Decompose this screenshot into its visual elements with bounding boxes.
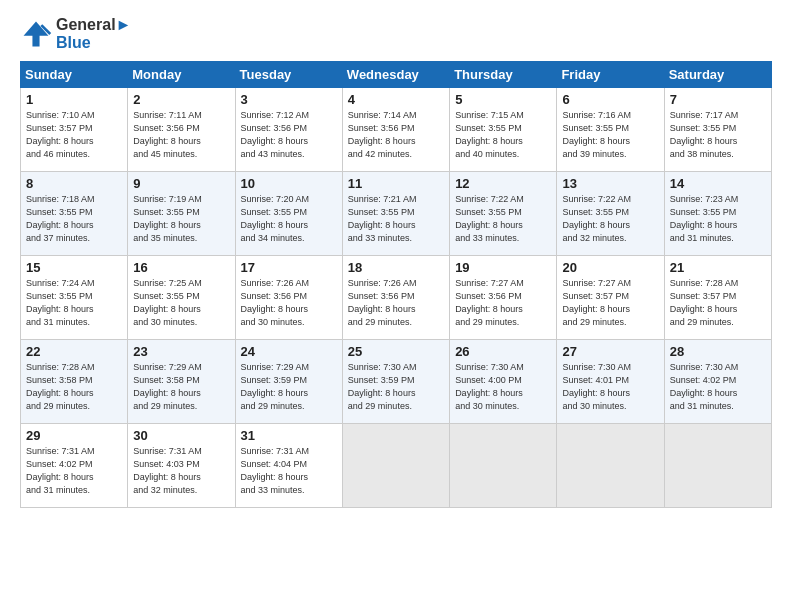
table-row xyxy=(450,423,557,507)
table-row: 19Sunrise: 7:27 AM Sunset: 3:56 PM Dayli… xyxy=(450,255,557,339)
day-info: Sunrise: 7:24 AM Sunset: 3:55 PM Dayligh… xyxy=(26,277,122,329)
day-number: 17 xyxy=(241,260,337,275)
day-number: 3 xyxy=(241,92,337,107)
day-info: Sunrise: 7:16 AM Sunset: 3:55 PM Dayligh… xyxy=(562,109,658,161)
table-row: 24Sunrise: 7:29 AM Sunset: 3:59 PM Dayli… xyxy=(235,339,342,423)
day-number: 27 xyxy=(562,344,658,359)
table-row: 11Sunrise: 7:21 AM Sunset: 3:55 PM Dayli… xyxy=(342,171,449,255)
day-number: 6 xyxy=(562,92,658,107)
table-row xyxy=(342,423,449,507)
table-row: 14Sunrise: 7:23 AM Sunset: 3:55 PM Dayli… xyxy=(664,171,771,255)
table-row: 13Sunrise: 7:22 AM Sunset: 3:55 PM Dayli… xyxy=(557,171,664,255)
day-number: 18 xyxy=(348,260,444,275)
day-info: Sunrise: 7:22 AM Sunset: 3:55 PM Dayligh… xyxy=(562,193,658,245)
day-number: 19 xyxy=(455,260,551,275)
calendar-week-row: 22Sunrise: 7:28 AM Sunset: 3:58 PM Dayli… xyxy=(21,339,772,423)
day-number: 10 xyxy=(241,176,337,191)
day-info: Sunrise: 7:30 AM Sunset: 4:02 PM Dayligh… xyxy=(670,361,766,413)
table-row: 9Sunrise: 7:19 AM Sunset: 3:55 PM Daylig… xyxy=(128,171,235,255)
day-number: 28 xyxy=(670,344,766,359)
table-row: 17Sunrise: 7:26 AM Sunset: 3:56 PM Dayli… xyxy=(235,255,342,339)
calendar-week-row: 29Sunrise: 7:31 AM Sunset: 4:02 PM Dayli… xyxy=(21,423,772,507)
table-row: 30Sunrise: 7:31 AM Sunset: 4:03 PM Dayli… xyxy=(128,423,235,507)
day-info: Sunrise: 7:22 AM Sunset: 3:55 PM Dayligh… xyxy=(455,193,551,245)
table-row: 4Sunrise: 7:14 AM Sunset: 3:56 PM Daylig… xyxy=(342,87,449,171)
day-info: Sunrise: 7:30 AM Sunset: 3:59 PM Dayligh… xyxy=(348,361,444,413)
table-row: 28Sunrise: 7:30 AM Sunset: 4:02 PM Dayli… xyxy=(664,339,771,423)
day-number: 31 xyxy=(241,428,337,443)
logo: General► Blue xyxy=(20,16,131,53)
table-row xyxy=(664,423,771,507)
day-info: Sunrise: 7:11 AM Sunset: 3:56 PM Dayligh… xyxy=(133,109,229,161)
day-info: Sunrise: 7:18 AM Sunset: 3:55 PM Dayligh… xyxy=(26,193,122,245)
logo-text: General► Blue xyxy=(56,16,131,53)
table-row: 6Sunrise: 7:16 AM Sunset: 3:55 PM Daylig… xyxy=(557,87,664,171)
day-number: 16 xyxy=(133,260,229,275)
day-info: Sunrise: 7:31 AM Sunset: 4:04 PM Dayligh… xyxy=(241,445,337,497)
col-sunday: Sunday xyxy=(21,61,128,87)
table-row: 22Sunrise: 7:28 AM Sunset: 3:58 PM Dayli… xyxy=(21,339,128,423)
day-info: Sunrise: 7:31 AM Sunset: 4:03 PM Dayligh… xyxy=(133,445,229,497)
day-number: 9 xyxy=(133,176,229,191)
header: General► Blue xyxy=(20,16,772,53)
calendar-week-row: 1Sunrise: 7:10 AM Sunset: 3:57 PM Daylig… xyxy=(21,87,772,171)
table-row: 2Sunrise: 7:11 AM Sunset: 3:56 PM Daylig… xyxy=(128,87,235,171)
day-info: Sunrise: 7:26 AM Sunset: 3:56 PM Dayligh… xyxy=(241,277,337,329)
day-number: 1 xyxy=(26,92,122,107)
day-info: Sunrise: 7:23 AM Sunset: 3:55 PM Dayligh… xyxy=(670,193,766,245)
col-thursday: Thursday xyxy=(450,61,557,87)
col-tuesday: Tuesday xyxy=(235,61,342,87)
col-saturday: Saturday xyxy=(664,61,771,87)
table-row: 23Sunrise: 7:29 AM Sunset: 3:58 PM Dayli… xyxy=(128,339,235,423)
day-number: 29 xyxy=(26,428,122,443)
day-number: 4 xyxy=(348,92,444,107)
day-info: Sunrise: 7:25 AM Sunset: 3:55 PM Dayligh… xyxy=(133,277,229,329)
table-row: 16Sunrise: 7:25 AM Sunset: 3:55 PM Dayli… xyxy=(128,255,235,339)
day-number: 11 xyxy=(348,176,444,191)
day-info: Sunrise: 7:19 AM Sunset: 3:55 PM Dayligh… xyxy=(133,193,229,245)
day-info: Sunrise: 7:10 AM Sunset: 3:57 PM Dayligh… xyxy=(26,109,122,161)
day-number: 15 xyxy=(26,260,122,275)
table-row: 8Sunrise: 7:18 AM Sunset: 3:55 PM Daylig… xyxy=(21,171,128,255)
calendar-header-row: Sunday Monday Tuesday Wednesday Thursday… xyxy=(21,61,772,87)
day-info: Sunrise: 7:14 AM Sunset: 3:56 PM Dayligh… xyxy=(348,109,444,161)
day-info: Sunrise: 7:29 AM Sunset: 3:59 PM Dayligh… xyxy=(241,361,337,413)
day-info: Sunrise: 7:30 AM Sunset: 4:01 PM Dayligh… xyxy=(562,361,658,413)
calendar-week-row: 8Sunrise: 7:18 AM Sunset: 3:55 PM Daylig… xyxy=(21,171,772,255)
day-number: 13 xyxy=(562,176,658,191)
day-info: Sunrise: 7:27 AM Sunset: 3:57 PM Dayligh… xyxy=(562,277,658,329)
day-number: 24 xyxy=(241,344,337,359)
day-number: 5 xyxy=(455,92,551,107)
table-row: 10Sunrise: 7:20 AM Sunset: 3:55 PM Dayli… xyxy=(235,171,342,255)
day-info: Sunrise: 7:28 AM Sunset: 3:58 PM Dayligh… xyxy=(26,361,122,413)
day-number: 7 xyxy=(670,92,766,107)
day-info: Sunrise: 7:26 AM Sunset: 3:56 PM Dayligh… xyxy=(348,277,444,329)
day-number: 12 xyxy=(455,176,551,191)
table-row: 21Sunrise: 7:28 AM Sunset: 3:57 PM Dayli… xyxy=(664,255,771,339)
day-info: Sunrise: 7:30 AM Sunset: 4:00 PM Dayligh… xyxy=(455,361,551,413)
day-number: 30 xyxy=(133,428,229,443)
day-info: Sunrise: 7:17 AM Sunset: 3:55 PM Dayligh… xyxy=(670,109,766,161)
table-row: 7Sunrise: 7:17 AM Sunset: 3:55 PM Daylig… xyxy=(664,87,771,171)
day-info: Sunrise: 7:28 AM Sunset: 3:57 PM Dayligh… xyxy=(670,277,766,329)
day-number: 26 xyxy=(455,344,551,359)
day-info: Sunrise: 7:27 AM Sunset: 3:56 PM Dayligh… xyxy=(455,277,551,329)
day-number: 2 xyxy=(133,92,229,107)
day-number: 8 xyxy=(26,176,122,191)
table-row: 18Sunrise: 7:26 AM Sunset: 3:56 PM Dayli… xyxy=(342,255,449,339)
col-wednesday: Wednesday xyxy=(342,61,449,87)
table-row: 20Sunrise: 7:27 AM Sunset: 3:57 PM Dayli… xyxy=(557,255,664,339)
table-row: 26Sunrise: 7:30 AM Sunset: 4:00 PM Dayli… xyxy=(450,339,557,423)
day-info: Sunrise: 7:15 AM Sunset: 3:55 PM Dayligh… xyxy=(455,109,551,161)
col-friday: Friday xyxy=(557,61,664,87)
col-monday: Monday xyxy=(128,61,235,87)
day-number: 23 xyxy=(133,344,229,359)
table-row: 31Sunrise: 7:31 AM Sunset: 4:04 PM Dayli… xyxy=(235,423,342,507)
calendar-week-row: 15Sunrise: 7:24 AM Sunset: 3:55 PM Dayli… xyxy=(21,255,772,339)
day-number: 25 xyxy=(348,344,444,359)
day-info: Sunrise: 7:29 AM Sunset: 3:58 PM Dayligh… xyxy=(133,361,229,413)
table-row: 27Sunrise: 7:30 AM Sunset: 4:01 PM Dayli… xyxy=(557,339,664,423)
table-row: 1Sunrise: 7:10 AM Sunset: 3:57 PM Daylig… xyxy=(21,87,128,171)
day-number: 20 xyxy=(562,260,658,275)
day-number: 21 xyxy=(670,260,766,275)
